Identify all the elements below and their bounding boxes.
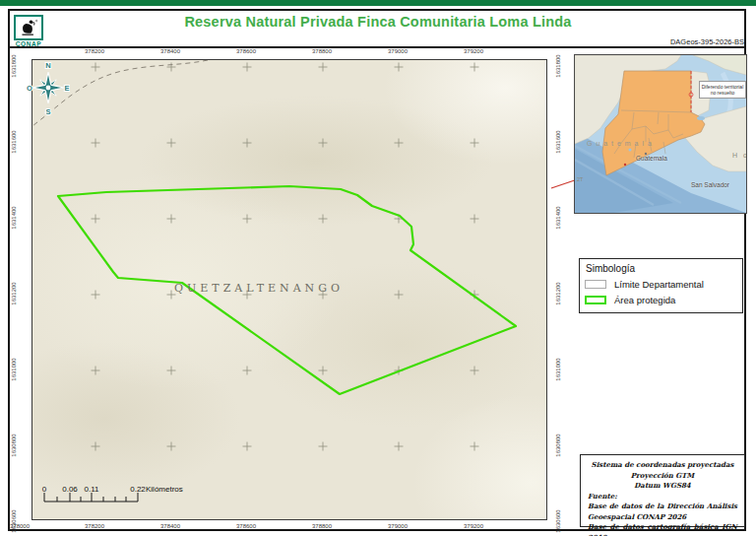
protected-swatch xyxy=(585,296,606,304)
grid-cross xyxy=(319,367,328,375)
grid-label-left: 1630800 xyxy=(11,434,17,456)
crs-line: Sistema de coordenadas proyectadas xyxy=(588,460,737,471)
grid-label-bottom: 378400 xyxy=(160,523,180,529)
grid-label-left: 1631600 xyxy=(11,130,17,153)
grid-label-bottom: 379200 xyxy=(464,523,483,529)
grid-cross xyxy=(92,291,100,300)
grid-cross xyxy=(395,291,404,300)
grid-label-bottom: 378800 xyxy=(312,523,332,529)
grid-cross xyxy=(395,63,404,72)
scale-label: 0.06 xyxy=(62,485,78,494)
grid-cross xyxy=(471,442,479,451)
source-heading: Fuente: xyxy=(588,492,737,502)
grid-label-right: 1630800 xyxy=(555,434,561,456)
grid-label-left: 1631800 xyxy=(11,54,17,77)
legend-title: Simbología xyxy=(586,263,742,274)
legend-item: Área protegida xyxy=(585,294,742,305)
grid-cross xyxy=(92,367,100,375)
map-info-box: Sistema de coordenadas proyectadasProyec… xyxy=(580,454,745,527)
departmental-swatch xyxy=(585,280,606,289)
grid-label-right: 1631600 xyxy=(555,130,561,153)
compass-south-label: S xyxy=(45,107,50,116)
page-title: Reserva Natural Privada Finca Comunitari… xyxy=(0,14,756,30)
legend-items: Límite DepartamentalÁrea protegida xyxy=(580,278,742,305)
grid-label-right: 1631200 xyxy=(555,282,561,304)
grid-cross xyxy=(243,215,252,224)
inset-locator-map: G u a t e m a l a Guatemala San Salvador… xyxy=(574,54,747,214)
grid-label-bottom: 378200 xyxy=(85,523,104,529)
source-line: Base de datos de la Dirección Análisis G… xyxy=(588,502,737,522)
grid-label-right: 1631400 xyxy=(555,206,561,229)
grid-cross xyxy=(319,63,328,72)
grid-label-top: 378600 xyxy=(236,48,256,54)
grid-cross xyxy=(243,442,252,451)
protected-area-location-dot xyxy=(624,164,626,166)
main-map: QUETZALTENANGO xyxy=(32,59,547,520)
legend-item: Límite Departamental xyxy=(585,278,742,290)
grid-cross xyxy=(319,215,328,224)
conap-logo xyxy=(14,15,43,40)
inset-country-label: G u a t e m a l a xyxy=(587,140,653,147)
grid-label-left: 1631000 xyxy=(11,358,17,380)
grid-cross xyxy=(92,442,100,451)
grid-label-right: 1630600 xyxy=(555,509,561,532)
grid-cross xyxy=(395,139,404,148)
compass-center xyxy=(45,85,51,91)
grid-label-bottom: 379000 xyxy=(388,523,408,529)
grid-label-left: 1631200 xyxy=(11,282,17,304)
grid-label-right: 1631000 xyxy=(555,358,561,380)
grid-cross xyxy=(167,367,176,375)
inset-honduras-label: H o xyxy=(732,152,747,159)
inset-geography xyxy=(575,55,746,213)
grid-label-bottom: 378600 xyxy=(236,523,256,529)
grid-label-top: 378200 xyxy=(85,48,104,54)
inset-corner-label: 2T xyxy=(577,176,583,182)
grid-cross xyxy=(243,63,252,72)
grid-label-left: 1631400 xyxy=(11,206,17,229)
inset-capital-label: Guatemala xyxy=(636,155,667,162)
compass-rose: N E S O xyxy=(27,59,70,116)
grid-cross xyxy=(167,442,176,451)
grid-label-top: 378800 xyxy=(312,48,332,54)
grid-cross xyxy=(319,139,328,148)
grid-label-top: 378400 xyxy=(160,48,180,54)
department-name-label: QUETZALTENANGO xyxy=(156,282,362,295)
grid-label-top: 379200 xyxy=(464,48,483,54)
crs-line: Datum WGS84 xyxy=(588,481,737,492)
legend-box: Simbología Límite DepartamentalÁrea prot… xyxy=(579,258,743,313)
compass-west-label: O xyxy=(27,84,32,93)
grid-cross xyxy=(92,63,100,72)
source-line: Base de datos cartografía básica IGN 201… xyxy=(588,522,737,536)
top-green-bar xyxy=(0,0,756,6)
scale-label: 0.22 xyxy=(130,485,146,494)
inset-san-salvador-label: San Salvador xyxy=(691,181,729,188)
grid-cross xyxy=(471,63,479,72)
compass-east-label: E xyxy=(64,84,69,93)
grid-cross xyxy=(243,139,252,148)
grid-cross xyxy=(92,215,100,224)
grid-cross xyxy=(471,367,479,375)
legend-item-label: Límite Departamental xyxy=(614,279,704,290)
lake-atitlan xyxy=(629,149,632,152)
header-divider xyxy=(10,46,746,48)
lake-izabal xyxy=(697,116,705,120)
grid-cross xyxy=(471,139,479,148)
legend-item-label: Área protegida xyxy=(614,295,675,305)
crs-line: Proyección GTM xyxy=(588,471,737,482)
grid-label-right: 1631800 xyxy=(555,54,561,77)
grid-cross xyxy=(319,442,328,451)
territorial-dispute-note: Diferendo territorial no resuelto xyxy=(699,81,746,99)
grid-cross xyxy=(167,215,176,224)
grid-label-top: 379000 xyxy=(388,48,408,54)
document-code: DAGeos-395-2026-BS xyxy=(670,37,744,46)
grid-cross xyxy=(92,139,100,148)
grid-cross xyxy=(471,215,479,224)
compass-north-label: N xyxy=(45,61,50,70)
conap-emblem-icon xyxy=(18,19,39,36)
scale-label: 0.11 xyxy=(85,485,99,494)
grid-cross xyxy=(395,442,404,451)
scale-unit-label: Kilómetros xyxy=(146,485,183,494)
grid-cross xyxy=(243,367,252,375)
grid-cross xyxy=(167,63,176,72)
scale-label: 0 xyxy=(42,485,46,494)
